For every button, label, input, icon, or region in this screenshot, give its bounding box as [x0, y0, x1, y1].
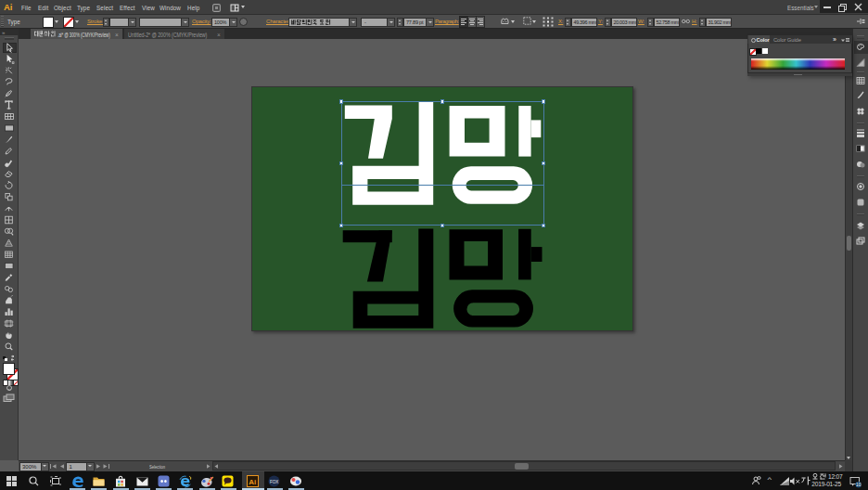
svg-text:FOX: FOX — [270, 480, 278, 484]
svg-text:10: 10 — [856, 483, 862, 487]
svg-text:Ai: Ai — [249, 478, 256, 486]
